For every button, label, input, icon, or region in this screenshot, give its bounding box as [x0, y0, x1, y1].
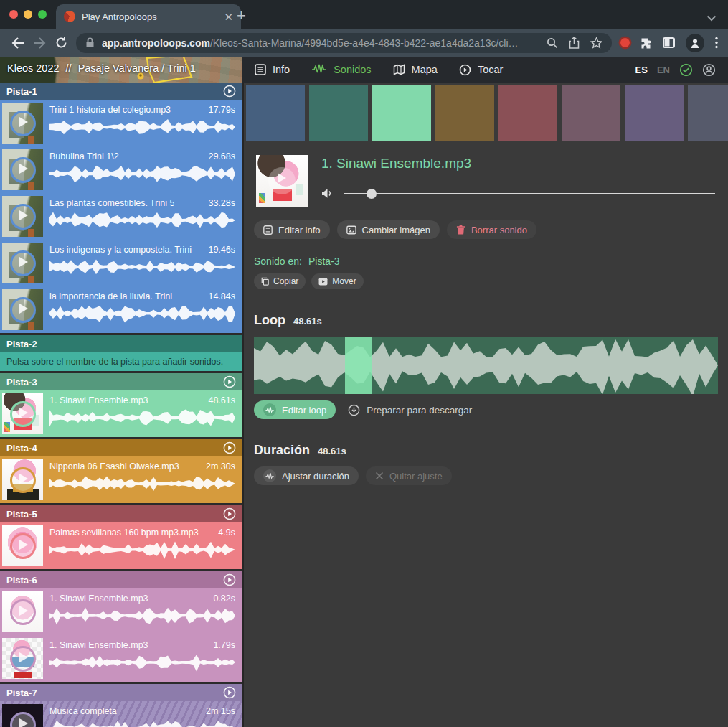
sonido-en-track-link[interactable]: Pista-3	[308, 255, 340, 267]
sound-thumbnail[interactable]	[2, 591, 43, 632]
track-header-pista-7[interactable]: Pista-7	[0, 684, 242, 701]
browser-menu-icon[interactable]	[715, 37, 718, 49]
breadcrumb-root[interactable]: Kleos 2022	[7, 62, 60, 74]
play-badge-icon[interactable]	[10, 157, 36, 183]
track-header-pista-6[interactable]: Pista-6	[0, 571, 242, 588]
track-header-pista-2[interactable]: Pista-2	[0, 335, 242, 352]
sound-item[interactable]: Trini 1 historia del colegio.mp317.79s	[0, 100, 242, 146]
play-badge-icon[interactable]	[10, 250, 36, 276]
sound-thumbnail[interactable]	[2, 149, 43, 190]
fullscreen-window-button[interactable]	[38, 10, 47, 19]
play-badge-icon[interactable]	[10, 401, 36, 427]
forward-button[interactable]	[29, 37, 50, 49]
selected-sound-thumbnail[interactable]	[256, 155, 308, 207]
play-badge-icon[interactable]	[10, 599, 36, 625]
play-badge-icon[interactable]	[10, 111, 36, 136]
track-play-icon[interactable]	[223, 375, 236, 388]
tab-info[interactable]: Info	[255, 64, 290, 75]
track-play-icon[interactable]	[223, 441, 236, 454]
bookmark-star-icon[interactable]	[590, 37, 602, 49]
track-swatch-2[interactable]	[309, 85, 368, 141]
sound-item[interactable]: Las plantas comestibles. Trini 533.28s	[0, 193, 242, 240]
play-badge-icon[interactable]	[10, 712, 36, 727]
editar-loop-button[interactable]: Editar loop	[254, 400, 336, 419]
breadcrumb[interactable]: Kleos 2022 // Pasaje Valvanera / Trini 1	[7, 62, 196, 74]
extensions-puzzle-icon[interactable]	[640, 37, 652, 49]
address-bar[interactable]: app.antropoloops.com/Kleos-Santa-Marina/…	[76, 33, 612, 53]
volume-slider-thumb[interactable]	[367, 189, 377, 199]
loop-waveform-panel[interactable]	[254, 337, 718, 394]
zoom-icon[interactable]	[547, 37, 558, 49]
sound-item[interactable]: Musica completa2m 15s	[0, 701, 242, 727]
ajustar-duracion-button[interactable]: Ajustar duración	[254, 466, 359, 485]
play-badge-icon[interactable]	[10, 533, 36, 559]
track-swatch-4[interactable]	[435, 85, 494, 141]
cambiar-imagen-button[interactable]: Cambiar imágen	[337, 220, 440, 239]
track-play-icon[interactable]	[223, 686, 236, 699]
loop-playhead-cursor[interactable]	[345, 337, 372, 394]
play-badge-icon[interactable]	[10, 204, 36, 230]
track-header-pista-1[interactable]: Pista-1	[0, 83, 242, 100]
tab-close-icon[interactable]: ✕	[224, 11, 233, 22]
record-extension-icon[interactable]	[620, 38, 630, 47]
play-badge-icon[interactable]	[10, 467, 36, 493]
language-es[interactable]: ES	[635, 65, 648, 75]
profile-avatar[interactable]	[686, 34, 704, 52]
sound-thumbnail[interactable]	[2, 289, 43, 330]
sound-thumbnail[interactable]	[2, 196, 43, 237]
mover-button[interactable]: Mover	[311, 273, 363, 289]
url-text: app.antropoloops.com/Kleos-Santa-Marina/…	[102, 37, 534, 49]
side-panel-icon[interactable]	[663, 37, 675, 48]
sound-thumbnail[interactable]	[2, 638, 43, 679]
quitar-ajuste-button[interactable]: Quitar ajuste	[366, 466, 452, 485]
language-en[interactable]: EN	[657, 65, 670, 75]
browser-tab[interactable]: Play Antropoloops ✕	[56, 4, 241, 29]
sound-thumbnail[interactable]	[2, 103, 43, 144]
account-icon[interactable]	[702, 63, 716, 77]
track-header-pista-3[interactable]: Pista-3	[0, 373, 242, 390]
minimize-window-button[interactable]	[24, 10, 32, 19]
tab-sonidos[interactable]: Sonidos	[311, 64, 371, 75]
borrar-sonido-button[interactable]: Borrar sonido	[447, 220, 536, 239]
sound-item[interactable]: Bubulina Trini 1\229.68s	[0, 146, 242, 193]
copiar-button[interactable]: Copiar	[254, 273, 306, 289]
track-swatch-5[interactable]	[498, 85, 557, 141]
reload-button[interactable]	[50, 37, 72, 49]
new-tab-button[interactable]: +	[237, 6, 246, 25]
tab-search-chevron-icon[interactable]	[706, 15, 717, 22]
preparar-descargar-button[interactable]: Preparar para descargar	[348, 404, 472, 416]
track-swatch-3-selected[interactable]	[372, 85, 431, 141]
track-header-pista-5[interactable]: Pista-5	[0, 505, 242, 522]
sound-thumbnail[interactable]	[2, 243, 43, 283]
track-play-icon[interactable]	[223, 573, 236, 586]
track-swatch-1[interactable]	[246, 85, 305, 141]
sound-item[interactable]: 1. Sinawi Ensemble.mp31.79s	[0, 635, 242, 682]
track-swatch-8[interactable]	[688, 85, 728, 141]
share-icon[interactable]	[569, 37, 580, 49]
editar-info-button[interactable]: Editar info	[254, 220, 330, 239]
sound-item[interactable]: Palmas sevillanas 160 bpm mp3.mp34.9s	[0, 522, 242, 569]
sound-thumbnail[interactable]	[2, 704, 43, 727]
tab-mapa[interactable]: Mapa	[393, 64, 438, 75]
sound-item[interactable]: Nipponia 06 Esashi Oiwake.mp32m 30s	[0, 456, 242, 503]
volume-slider[interactable]	[344, 193, 715, 194]
track-play-icon[interactable]	[223, 85, 236, 98]
track-swatch-6[interactable]	[562, 85, 620, 141]
sound-thumbnail[interactable]	[2, 525, 43, 566]
track-header-pista-4[interactable]: Pista-4	[0, 439, 242, 456]
back-button[interactable]	[7, 37, 29, 49]
sound-item[interactable]: 1. Sinawi Ensemble.mp30.82s	[0, 588, 242, 635]
play-badge-icon[interactable]	[10, 297, 36, 323]
sound-item[interactable]: Los indigenas y la compostela. Trini19.4…	[0, 240, 242, 286]
track-play-icon[interactable]	[223, 507, 236, 520]
sound-item[interactable]: la importancia de la lluvia. Trini14.84s	[0, 286, 242, 333]
sound-thumbnail[interactable]	[2, 393, 43, 434]
map-photo-header[interactable]: Kleos 2022 // Pasaje Valvanera / Trini 1	[0, 57, 242, 83]
tab-tocar[interactable]: Tocar	[459, 64, 503, 76]
track-swatch-7[interactable]	[625, 85, 684, 141]
close-window-button[interactable]	[9, 10, 18, 19]
sound-thumbnail[interactable]	[2, 459, 43, 500]
play-badge-icon[interactable]	[10, 646, 36, 672]
sound-item-selected[interactable]: 1. Sinawi Ensemble.mp348.61s	[0, 390, 242, 437]
play-badge-icon[interactable]	[268, 167, 296, 194]
